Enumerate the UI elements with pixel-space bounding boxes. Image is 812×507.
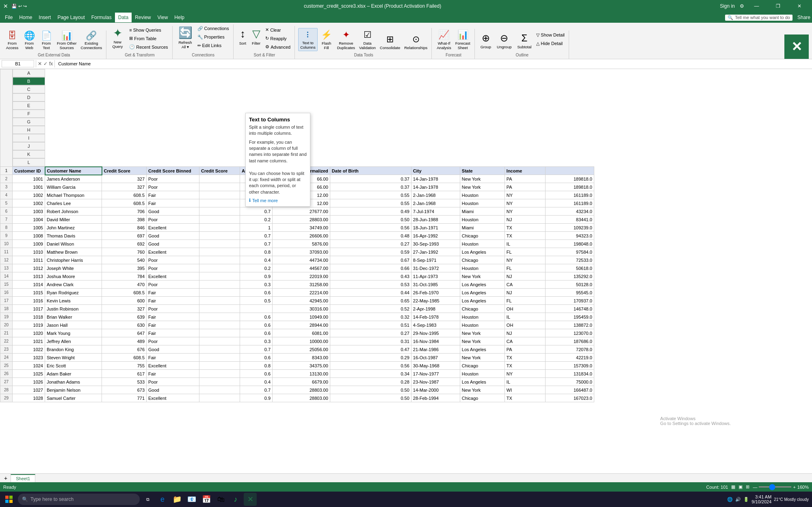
cell-dob[interactable]: 14-Jan-1978 [411,175,460,183]
cell-customer-name[interactable]: Michael Thompson [45,191,102,199]
cell-state[interactable]: OH [505,321,545,329]
cell-loan-amount-norm[interactable]: 0.50 [330,216,411,224]
sort-button[interactable]: ↕ Sort [237,26,249,47]
cell-dob[interactable]: 2-Jan-1968 [411,199,460,207]
taskbar-edge-icon[interactable]: e [156,493,169,506]
cell-col-e[interactable] [199,216,240,224]
sheet-tab-sheet1[interactable]: Sheet1 [11,474,35,482]
cell-income[interactable]: 75000.0 [545,378,594,386]
cell-dob[interactable]: 30-May-1968 [411,362,460,370]
cell-city[interactable]: Houston [460,370,505,378]
cell-customer-id[interactable]: 1014 [13,280,45,289]
cell-income[interactable]: 135292.0 [545,272,594,280]
cell-income[interactable]: 198048.0 [545,240,594,248]
cell-amount[interactable]: 0.2 [240,216,273,224]
cell-credit-score[interactable]: 327 [102,305,147,313]
cell-customer-id[interactable]: 1024 [13,362,45,370]
cell-income[interactable]: 72533.0 [545,256,594,264]
show-detail-button[interactable]: ▽ Show Detail [535,31,566,39]
cell-dob[interactable]: 4-Sep-1983 [411,321,460,329]
cell-col-e[interactable] [199,264,240,272]
cell-credit-score[interactable]: 697 [102,232,147,240]
taskbar-clock[interactable]: 3:41 AM 9/10/2024 [751,494,771,504]
cell-customer-name[interactable]: Kevin Lewis [45,297,102,305]
cell-dob[interactable]: 22-May-1985 [411,297,460,305]
cell-city[interactable]: New York [460,272,505,280]
cell-customer-name[interactable]: Daniel Wilson [45,240,102,248]
cell-dob[interactable]: 17-Nov-1977 [411,370,460,378]
cell-customer-name[interactable]: John Martinez [45,224,102,232]
cell-credit-score-binned[interactable]: Fair [147,297,199,305]
cell-credit-score-binned[interactable]: Excellent [147,224,199,232]
cell-col-e[interactable] [199,280,240,289]
cell-state[interactable]: TX [505,232,545,240]
cell-loan-amount[interactable]: 26606.00 [273,232,330,240]
cell-loan-amount[interactable]: 34375.00 [273,362,330,370]
cell-customer-name[interactable]: Brian Walker [45,313,102,321]
cell-credit-score[interactable]: 755 [102,362,147,370]
cell-customer-name[interactable]: Andrew Clark [45,280,102,289]
cell-customer-name[interactable]: Charles Lee [45,199,102,207]
cell-customer-name[interactable]: Benjamin Nelson [45,386,102,394]
minimize-button[interactable]: — [747,0,766,12]
cell-state[interactable]: TX [505,394,545,402]
cell-credit-score[interactable]: 608.5 [102,289,147,297]
cell-dob[interactable]: 8-Sep-1971 [411,256,460,264]
from-text-button[interactable]: 📄 FromText [38,30,54,51]
cell-loan-amount[interactable]: 8343.00 [273,354,330,362]
filter-button[interactable]: ▽ Filter [249,26,263,47]
col-header-B[interactable]: B [13,77,45,85]
cell-dob[interactable]: 14-Feb-1978 [411,313,460,321]
cell-state[interactable]: NY [505,199,545,207]
recent-sources-button[interactable]: 🕐 Recent Sources [128,43,169,51]
cell-col-e[interactable] [199,394,240,402]
forecast-sheet-button[interactable]: 📊 ForecastSheet [454,29,472,51]
col-header-G[interactable]: G [13,118,45,126]
cell-loan-amount-norm[interactable]: 0.28 [330,378,411,386]
cell-loan-amount-norm[interactable]: 0.55 [330,191,411,199]
ungroup-button[interactable]: ⊖ Ungroup [494,31,514,51]
cell-credit-score[interactable]: 647 [102,329,147,337]
consolidate-button[interactable]: ⊞ Consolidate [378,33,402,51]
cell-amount[interactable]: 0.4 [240,378,273,386]
cell-credit-score-binned[interactable]: Poor [147,337,199,345]
cell-amount[interactable]: 0.7 [240,232,273,240]
cell-customer-id[interactable]: 1008 [13,232,45,240]
settings-icon[interactable]: ⚙ [740,3,744,9]
cell-loan-amount-norm[interactable]: 0.29 [330,354,411,362]
sign-in-button[interactable]: Sign in [718,0,736,12]
cell-loan-amount-norm[interactable]: 0.53 [330,280,411,289]
cell-dob[interactable]: 29-Nov-1995 [411,329,460,337]
cell-credit-score[interactable]: 784 [102,272,147,280]
cell-loan-amount-norm[interactable]: 0.37 [330,175,411,183]
cell-loan-amount-norm[interactable]: 0.50 [330,394,411,402]
cell-loan-amount[interactable]: 42945.00 [273,297,330,305]
cell-col-e[interactable] [199,386,240,394]
cell-customer-name[interactable]: Adam Baker [45,370,102,378]
cell-credit-score[interactable]: 673 [102,386,147,394]
view-layout-icon[interactable]: ▣ [738,484,743,490]
cell-loan-amount-norm[interactable]: 0.55 [330,199,411,207]
refresh-all-button[interactable]: 🔄 RefreshAll ▾ [176,24,195,51]
cell-dob[interactable]: 27-Jan-1992 [411,248,460,256]
cell-credit-score[interactable]: 395 [102,264,147,272]
data-validation-button[interactable]: ☑ DataValidation [357,29,377,51]
cell-income[interactable]: 83441.0 [545,216,594,224]
cell-loan-amount[interactable]: 22214.00 [273,289,330,297]
cell-credit-score-binned[interactable]: Good [147,207,199,216]
cell-state[interactable]: PA [505,345,545,354]
cell-state[interactable]: NY [505,256,545,264]
cell-credit-score-binned[interactable]: Fair [147,329,199,337]
view-page-break-icon[interactable]: ⊞ [746,484,749,490]
cell-state[interactable]: NY [505,191,545,199]
cell-customer-id[interactable]: 1012 [13,264,45,272]
cell-amount[interactable]: 0.4 [240,256,273,264]
cell-city[interactable]: Houston [460,199,505,207]
cell-loan-amount[interactable]: 27677.00 [273,207,330,216]
cell-credit-score-binned[interactable]: Excellent [147,362,199,370]
cell-credit-score-binned[interactable]: Poor [147,183,199,191]
cell-credit-score-binned[interactable]: Excellent [147,272,199,280]
zoom-out-button[interactable]: — [753,485,757,490]
cell-col-e[interactable] [199,240,240,248]
cell-credit-score-binned[interactable]: Good [147,240,199,248]
